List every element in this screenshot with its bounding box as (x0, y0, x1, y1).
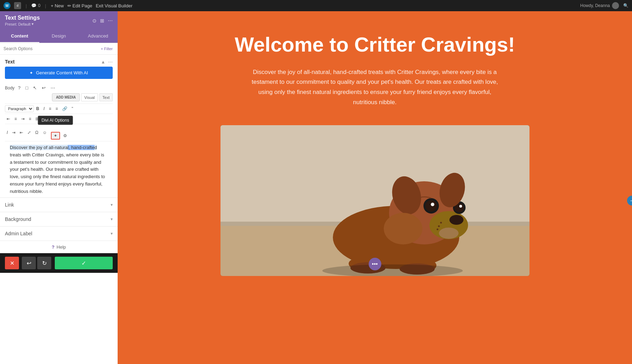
more-options-icon[interactable]: ⋯ (108, 18, 113, 23)
search-icon[interactable]: 🔍 (623, 3, 628, 8)
exit-visual-builder-button[interactable]: Exit Visual Builder (96, 3, 133, 8)
focus-mode-icon[interactable]: ⊙ (92, 18, 97, 23)
svg-point-21 (384, 213, 422, 244)
link-chevron-icon: ▾ (111, 202, 113, 207)
more-editor-icon[interactable]: ⋯ (49, 85, 57, 91)
format-select[interactable]: Paragraph Heading 1 Heading 2 (5, 105, 34, 112)
svg-point-16 (439, 228, 459, 239)
help-tooltip-icon[interactable]: ? (17, 85, 22, 91)
save-button[interactable]: ✓ (55, 257, 113, 269)
collapse-icon[interactable]: ▲ (101, 59, 105, 65)
resize-handle[interactable]: ↔ (627, 196, 632, 205)
indent-button[interactable]: ⇥ (10, 129, 17, 136)
new-button[interactable]: + New (51, 3, 64, 8)
dog-illustration (220, 125, 529, 276)
background-section-title: Background (5, 216, 31, 222)
svg-point-10 (431, 203, 434, 206)
comment-count[interactable]: 💬 0 (31, 3, 40, 8)
bottom-redo-button[interactable]: ↻ (37, 257, 51, 269)
device-icon[interactable]: □ (24, 85, 30, 91)
admin-label-chevron-icon: ▾ (111, 231, 113, 236)
link-section[interactable]: Link ▾ (0, 197, 118, 212)
help-section[interactable]: ? Help (0, 241, 118, 253)
search-bar: + Filter (0, 43, 118, 55)
text-section: Text ▲ ⋯ ✦ Generate Content With AI Body… (0, 55, 118, 197)
text-section-title: Text (5, 59, 15, 65)
sidebar-header: Text Settings Preset: Default ▾ ⊙ ⊞ ⋯ (0, 11, 118, 30)
ul-button[interactable]: ≡ (47, 105, 53, 112)
text-tab[interactable]: Text (99, 93, 113, 101)
bottom-undo-button[interactable]: ↩ (22, 257, 36, 269)
topbar: W d | 💬 0 | + New ✏ Edit Page Exit Visua… (0, 0, 632, 11)
sidebar-tabs: Content Design Advanced (0, 30, 118, 43)
main-layout: Text Settings Preset: Default ▾ ⊙ ⊞ ⋯ Co… (0, 11, 632, 364)
sidebar-title: Text Settings (5, 15, 40, 21)
svg-point-24 (436, 229, 438, 230)
editor-toolbar-row4: I ⇥ ⇤ ⤢ Ω ☺ Divi AI Options ✦ ⚙ (5, 124, 113, 141)
columns-icon[interactable]: ⊞ (100, 18, 104, 23)
separator: | (26, 3, 27, 8)
user-avatar (612, 2, 619, 9)
wordpress-icon[interactable]: W (4, 2, 11, 9)
canvas-image-section: ↔ ••• (118, 125, 632, 276)
text-section-header: Text ▲ ⋯ (5, 55, 113, 67)
section-more-icon[interactable]: ⋯ (108, 59, 113, 65)
text-section-icons: ▲ ⋯ (101, 59, 113, 65)
sidebar-title-area: Text Settings Preset: Default ▾ (5, 15, 40, 26)
emoji-button[interactable]: ☺ (41, 129, 48, 136)
omega-button[interactable]: Ω (33, 129, 40, 136)
selected-text: Discover the joy of all-natural, hand-cr… (10, 145, 97, 150)
align-center-button[interactable]: ≡ (13, 115, 19, 122)
filter-button[interactable]: + Filter (99, 46, 114, 52)
close-button[interactable]: ✕ (5, 257, 19, 269)
ol-button[interactable]: ≡ (54, 105, 60, 112)
visual-tab[interactable]: Visual (81, 93, 98, 101)
divi-ai-sub-button[interactable]: ⚙ (61, 132, 69, 140)
italic-button[interactable]: I (42, 105, 46, 112)
background-chevron-icon: ▾ (111, 217, 113, 222)
admin-label-section[interactable]: Admin Label ▾ (0, 226, 118, 241)
svg-point-23 (438, 225, 440, 227)
canvas: Welcome to Critter Cravings! Discover th… (118, 11, 632, 364)
canvas-hero-desc: Discover the joy of all-natural, hand-cr… (249, 67, 501, 108)
svg-point-9 (426, 200, 437, 211)
sidebar-header-icons: ⊙ ⊞ ⋯ (92, 18, 113, 23)
background-section[interactable]: Background ▾ (0, 212, 118, 226)
comment-icon: 💬 (31, 3, 37, 8)
divi-ai-area: Divi AI Options ✦ ⚙ (51, 126, 69, 140)
divi-ai-options-label: Divi AI Options (38, 116, 73, 125)
divi-icon[interactable]: d (14, 2, 21, 9)
align-left-button[interactable]: ⇤ (5, 115, 12, 122)
ai-generate-button[interactable]: ✦ Generate Content With AI (5, 67, 113, 79)
divi-ai-main-button[interactable]: ✦ (51, 132, 60, 140)
cursor-icon[interactable]: ↖ (32, 85, 38, 91)
bold-button[interactable]: B (34, 105, 41, 112)
editor-toolbar-row1: Body ? □ ↖ ↩ ⋯ ADD MEDIA Visual Text (5, 82, 113, 104)
sidebar: Text Settings Preset: Default ▾ ⊙ ⊞ ⋯ Co… (0, 11, 118, 364)
canvas-hero: Welcome to Critter Cravings! Discover th… (118, 11, 632, 125)
add-media-button[interactable]: ADD MEDIA (52, 93, 80, 101)
sidebar-bottom-bar: ✕ ↩ ↻ ✓ (0, 253, 118, 273)
edit-page-button[interactable]: ✏ Edit Page (67, 3, 92, 8)
blockquote-button[interactable]: " (70, 105, 75, 112)
tab-design[interactable]: Design (39, 30, 79, 43)
link-section-title: Link (5, 202, 14, 208)
undo-icon[interactable]: ↩ (40, 85, 47, 91)
editor-tabs: ADD MEDIA Visual Text (52, 93, 113, 101)
align-right-button[interactable]: ⇥ (19, 115, 26, 122)
editor-content[interactable]: Discover the joy of all-natural, hand-cr… (5, 141, 113, 197)
svg-point-7 (449, 215, 463, 225)
help-circle-icon: ? (52, 244, 54, 250)
italic2-button[interactable]: I (5, 129, 9, 136)
tab-content[interactable]: Content (0, 30, 39, 43)
body-label: Body (5, 86, 14, 90)
justify-button[interactable]: ≡ (27, 115, 33, 122)
tab-advanced[interactable]: Advanced (78, 30, 118, 43)
fullscreen-button[interactable]: ⤢ (26, 129, 33, 136)
outdent-button[interactable]: ⇤ (18, 129, 25, 136)
canvas-dots-button[interactable]: ••• (369, 258, 381, 270)
link-button[interactable]: 🔗 (60, 105, 69, 112)
search-input[interactable] (4, 46, 97, 51)
divi-ai-tooltip: Divi AI Options ✦ (51, 126, 60, 140)
sidebar-preset[interactable]: Preset: Default ▾ (5, 22, 40, 26)
